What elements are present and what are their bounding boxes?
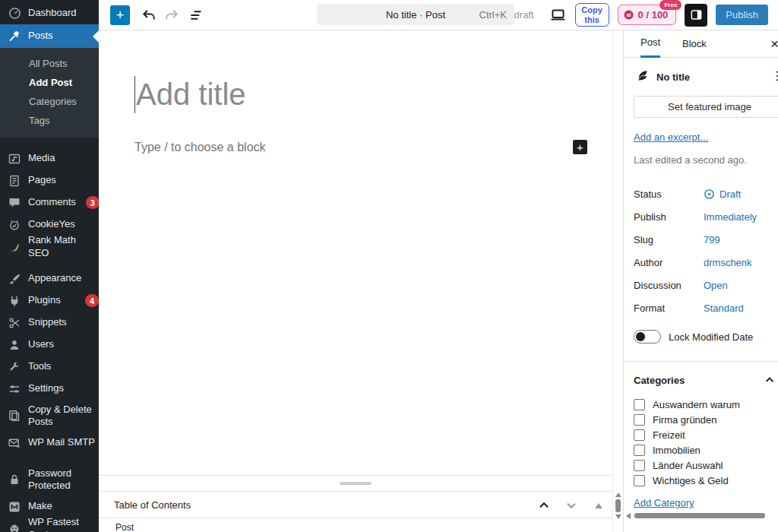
last-edited-text: Last edited a second ago. — [634, 154, 778, 166]
set-featured-image-button[interactable]: Set featured image — [634, 96, 778, 118]
svg-text:ai: ai — [626, 12, 631, 17]
sidebar-item-pages[interactable]: Pages — [0, 169, 99, 192]
page-icon — [8, 174, 21, 188]
post-title-input[interactable]: Add title — [134, 76, 246, 113]
horizontal-scrollbar[interactable] — [624, 512, 778, 520]
scroll-down-arrow-icon[interactable] — [615, 515, 621, 519]
slug-row: Slug 799 — [634, 228, 778, 251]
chevron-up-icon[interactable] — [537, 499, 551, 512]
close-icon[interactable]: × — [770, 36, 778, 52]
submenu-categories[interactable]: Categories — [0, 92, 99, 111]
tab-post[interactable]: Post — [640, 30, 660, 58]
scroll-up-arrow-icon[interactable] — [615, 492, 621, 497]
sidebar-item-tools[interactable]: Tools — [0, 356, 99, 378]
sidebar-item-make[interactable]: Make — [0, 496, 99, 518]
publish-row: Publish Immediately — [634, 205, 778, 228]
sidebar-item-wp-mail-smtp[interactable]: WP Mail SMTP — [0, 432, 99, 454]
sidebar-item-posts[interactable]: Posts — [0, 24, 99, 48]
undo-icon[interactable] — [141, 7, 157, 24]
checkbox — [634, 414, 645, 426]
categories-panel-header[interactable]: Categories — [634, 374, 776, 386]
drag-handle[interactable] — [340, 482, 372, 485]
category-option[interactable]: Freizeit — [634, 427, 778, 442]
discussion-value[interactable]: Open — [704, 280, 728, 291]
sidebar-item-comments[interactable]: Comments 3 — [0, 192, 99, 214]
content-ai-score[interactable]: ai 0 / 100 Free — [618, 5, 677, 25]
sidebar-item-cookieyes[interactable]: CookieYes — [0, 214, 99, 236]
post-summary-fields: Status Draft Publish Immediately Slug 79… — [634, 182, 778, 319]
sidebar-item-users[interactable]: Users — [0, 334, 99, 356]
add-category-link[interactable]: Add Category — [634, 497, 694, 508]
checkbox — [634, 475, 645, 486]
sidebar-item-plugins[interactable]: Plugins 4 — [0, 290, 99, 312]
breadcrumb[interactable]: Post — [115, 522, 134, 532]
submenu-add-post[interactable]: Add Post — [0, 73, 99, 92]
checkbox — [634, 399, 645, 410]
categories-checklist: Auswandern warum Firma gründen Freizeit … — [634, 397, 778, 488]
content-ai-icon: ai — [623, 9, 634, 21]
category-option[interactable]: Immobilien — [634, 442, 778, 458]
block-inserter-button[interactable]: + — [110, 5, 130, 25]
tab-block[interactable]: Block — [682, 31, 707, 57]
add-excerpt-link[interactable]: Add an excerpt... — [634, 131, 708, 143]
sidebar-item-dashboard[interactable]: Dashboard — [0, 0, 99, 24]
block-placeholder-text[interactable]: Type / to choose a block — [134, 141, 266, 154]
command-shortcut: Ctrl+K — [479, 9, 507, 21]
sidebar-item-password-protected[interactable]: Password Protected — [0, 464, 99, 496]
publish-value[interactable]: Immediately — [704, 211, 757, 223]
media-icon — [8, 152, 21, 166]
category-option[interactable]: Länder Auswahl — [634, 458, 778, 473]
scissors-icon — [8, 316, 21, 330]
add-block-button[interactable]: + — [573, 140, 587, 154]
preview-laptop-icon[interactable] — [550, 7, 567, 24]
sidebar-item-media[interactable]: Media — [0, 147, 99, 169]
move-up-icon[interactable] — [595, 503, 602, 508]
editor-topbar: + No title · Post Ctrl+K Save draft Copy… — [99, 0, 778, 30]
scroll-left-arrow-icon[interactable] — [626, 513, 631, 519]
plugins-count-badge: 4 — [85, 294, 99, 307]
slug-value[interactable]: 799 — [704, 234, 720, 245]
breadcrumb-bar: Post — [99, 519, 622, 532]
submenu-all-posts[interactable]: All Posts — [0, 54, 99, 73]
settings-panel-toggle[interactable] — [685, 4, 707, 27]
editor-canvas: Add title Type / to choose a block + — [99, 30, 612, 475]
vertical-scrollbar[interactable] — [612, 30, 622, 532]
redo-icon[interactable] — [163, 7, 180, 24]
kebab-menu-icon[interactable]: ⋮ — [771, 68, 778, 83]
lock-modified-date-toggle[interactable] — [634, 330, 661, 344]
admin-sidebar: Dashboard Posts All Posts Add Post Categ… — [0, 0, 99, 532]
submenu-tags[interactable]: Tags — [0, 111, 99, 130]
sidebar-item-wp-fastest-cache[interactable]: WP Fastest Cache — [0, 518, 99, 532]
metabox-title: Table of Contents — [114, 499, 191, 511]
pushpin-icon — [8, 30, 21, 43]
sidebar-item-appearance[interactable]: Appearance — [0, 268, 99, 290]
horizontal-scrollbar-thumb[interactable] — [634, 513, 765, 518]
status-value[interactable]: Draft — [704, 188, 741, 200]
comments-count-badge: 3 — [86, 196, 99, 209]
command-bar-title: No title · Post — [386, 9, 445, 21]
chevron-down-icon[interactable] — [565, 499, 578, 512]
format-value[interactable]: Standard — [704, 302, 744, 314]
category-option[interactable]: Wichtiges & Geld — [634, 473, 778, 488]
document-overview-icon[interactable] — [188, 7, 204, 24]
status-row: Status Draft — [634, 182, 778, 205]
lock-modified-date-row: Lock Modified Date — [634, 325, 778, 348]
category-option[interactable]: Auswandern warum — [634, 397, 778, 412]
sidebar-item-label: Posts — [28, 30, 95, 42]
sidebar-item-snippets[interactable]: Snippets — [0, 312, 99, 334]
sidebar-item-settings[interactable]: Settings — [0, 378, 99, 400]
category-option[interactable]: Firma gründen — [634, 412, 778, 427]
sidebar-item-rank-math[interactable]: Rank Math SEO — [0, 236, 99, 258]
vertical-scrollbar-thumb[interactable] — [615, 499, 621, 512]
free-badge: Free — [659, 0, 682, 10]
sidebar-panel-icon — [690, 8, 703, 21]
author-value[interactable]: drmschenk — [704, 257, 752, 268]
publish-button[interactable]: Publish — [716, 5, 768, 25]
collapse-chevron-icon — [764, 374, 776, 386]
tiger-icon — [8, 522, 21, 532]
copy-this-button[interactable]: Copy this — [575, 3, 609, 27]
sidebar-item-copy-delete-posts[interactable]: Copy & Delete Posts — [0, 400, 99, 432]
checkbox — [634, 460, 645, 471]
text-caret — [134, 76, 135, 113]
command-bar[interactable]: No title · Post Ctrl+K — [317, 4, 514, 25]
